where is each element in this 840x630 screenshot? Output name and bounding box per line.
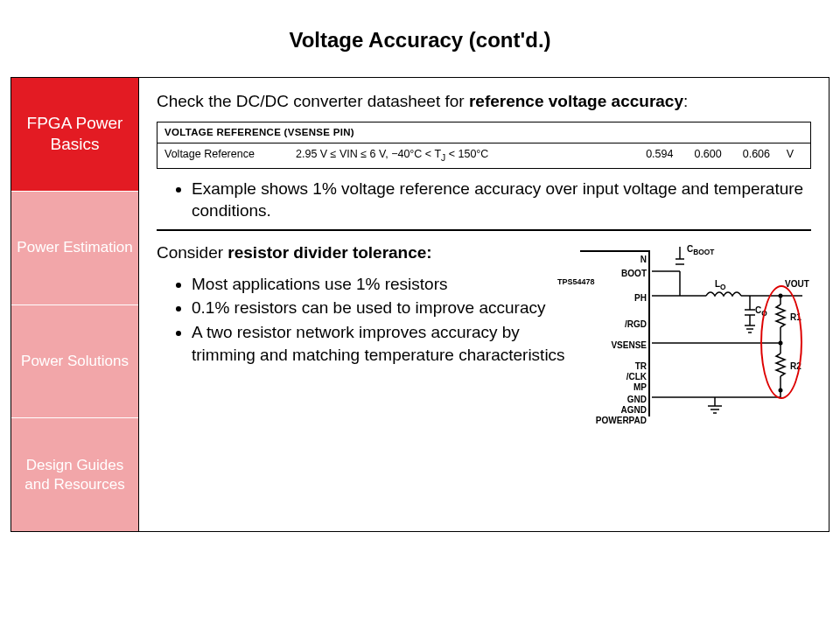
datasheet-param: Voltage Reference: [164, 147, 296, 164]
section-divider: [157, 229, 811, 231]
resistor-bullets: Most applications use 1% resistors 0.1% …: [157, 273, 575, 367]
resistor-bullet: 0.1% resistors can be used to improve ac…: [192, 297, 575, 319]
slide-title: Voltage Accuracy (cont'd.): [0, 0, 840, 77]
label-cboot: CBOOT: [687, 243, 714, 257]
nav-label: FPGA Power Basics: [15, 113, 135, 156]
intro-post: :: [683, 92, 688, 110]
highlight-ellipse: [760, 285, 802, 399]
datasheet-unit: V: [777, 147, 803, 164]
nav-label: Power Solutions: [21, 352, 129, 371]
val-typ: 0.600: [694, 147, 721, 164]
nav-item-estimation[interactable]: Power Estimation: [11, 192, 138, 305]
main-content: Check the DC/DC converter datasheet for …: [139, 78, 829, 531]
nav-item-solutions[interactable]: Power Solutions: [11, 305, 138, 419]
heading-bold: resistor divider tolerance:: [228, 243, 431, 262]
example-bullets: Example shows 1% voltage reference accur…: [157, 178, 811, 222]
resistor-text-block: Consider resistor divider tolerance: Mos…: [157, 242, 575, 425]
content-frame: FPGA Power Basics Power Estimation Power…: [10, 77, 830, 532]
schematic-diagram: N BOOT TPS54478 PH /RGD VSENSE TR /CLK M…: [584, 242, 811, 425]
nav-label: Design Guides and Resources: [15, 456, 135, 494]
resistor-heading: Consider resistor divider tolerance:: [157, 242, 575, 264]
val-min: 0.594: [646, 147, 673, 164]
nav-sidebar: FPGA Power Basics Power Estimation Power…: [11, 78, 139, 531]
datasheet-values: 0.594 0.600 0.606: [558, 147, 777, 164]
datasheet-cond: 2.95 V ≤ VIN ≤ 6 V, −40°C < TJ < 150°C: [296, 147, 558, 164]
resistor-bullet: Most applications use 1% resistors: [192, 273, 575, 296]
intro-bold: reference voltage accuracy: [469, 92, 683, 110]
nav-item-basics[interactable]: FPGA Power Basics: [11, 78, 138, 192]
datasheet-table: VOLTAGE REFERENCE (VSENSE PIN) Voltage R…: [157, 122, 811, 169]
nav-label: Power Estimation: [17, 238, 132, 257]
nav-item-guides[interactable]: Design Guides and Resources: [11, 418, 138, 531]
example-bullet: Example shows 1% voltage reference accur…: [192, 178, 811, 222]
datasheet-row: Voltage Reference 2.95 V ≤ VIN ≤ 6 V, −4…: [158, 144, 810, 168]
resistor-bullet: A two resistor network improves accuracy…: [192, 321, 575, 366]
heading-pre: Consider: [157, 243, 228, 262]
lower-section: Consider resistor divider tolerance: Mos…: [157, 242, 811, 425]
intro-pre: Check the DC/DC converter datasheet for: [157, 92, 469, 110]
intro-text: Check the DC/DC converter datasheet for …: [157, 90, 811, 113]
val-max: 0.606: [743, 147, 770, 164]
label-lo: LO: [715, 278, 726, 292]
datasheet-header: VOLTAGE REFERENCE (VSENSE PIN): [158, 122, 810, 144]
